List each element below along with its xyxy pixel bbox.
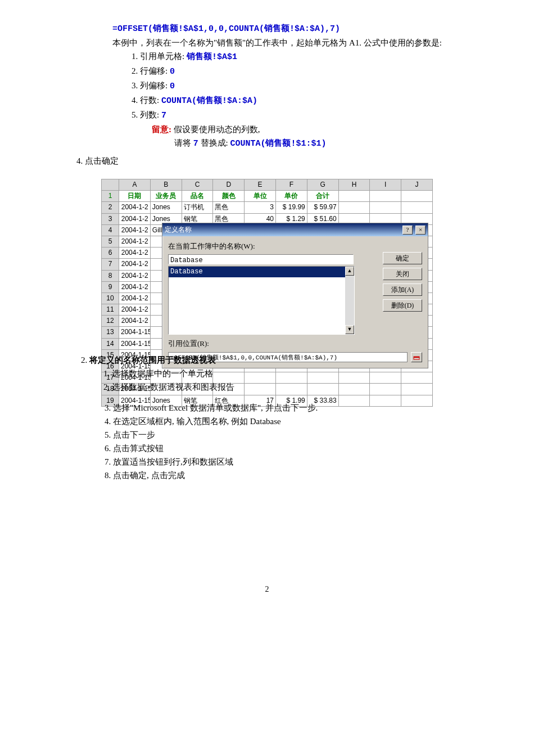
list-item: 5. 点击下一步 (90, 428, 444, 442)
row-header[interactable]: 2 (102, 202, 119, 213)
step-4: 4. 点击确定 (76, 154, 444, 168)
cell[interactable]: 2004-1-2 (119, 281, 151, 292)
dialog-title: 定义名称 (165, 224, 192, 235)
column-header[interactable]: E (245, 179, 276, 191)
cell[interactable]: 2004-1-15 (119, 327, 151, 338)
row-header[interactable]: 12 (102, 316, 119, 327)
intro-text: 本例中，列表在一个名称为"销售额"的工作表中，起始单元格为 A1. 公式中使用的… (90, 36, 444, 50)
dialog-titlebar[interactable]: 定义名称 ? × (162, 223, 428, 236)
column-header[interactable]: C (182, 179, 213, 191)
column-header[interactable]: J (401, 179, 433, 191)
param-3: 3. 列偏移: 0 (132, 79, 444, 93)
cell[interactable]: 2004-1-2 (119, 270, 151, 281)
cell[interactable]: 2004-1-2 (119, 304, 151, 316)
column-header[interactable]: G (307, 179, 338, 191)
note-line2: 请将 7 替换成: COUNTA(销售额!$1:$1) (90, 136, 444, 151)
cell[interactable]: 订书机 (182, 202, 213, 213)
param-5: 5. 列数: 7 (132, 108, 444, 123)
table-header-cell (338, 191, 370, 202)
list-item: 3. 选择"Microsoft Excel 数据清单或数据库", 并点击下一步. (90, 401, 444, 415)
refersto-label: 引用位置(R): (168, 338, 422, 350)
param-4: 4. 行数: COUNTA(销售额!$A:$A) (132, 93, 444, 108)
table-header-cell: 日期 (119, 191, 151, 202)
section-2-lower: 3. 选择"Microsoft Excel 数据清单或数据库", 并点击下一步.… (90, 401, 444, 482)
scrollbar[interactable]: ▲ ▼ (345, 267, 354, 334)
section-2: 2. 将定义的名称范围用于数据透视表 1. 选择数据库中的一个单元格2. 选择数… (81, 353, 446, 394)
column-header[interactable]: H (338, 179, 370, 191)
name-input[interactable]: Database (168, 254, 354, 264)
define-name-dialog: 定义名称 ? × 在当前工作簿中的名称(W): Database Databas… (162, 223, 428, 368)
cell[interactable] (401, 202, 433, 213)
cell[interactable]: 2004-1-2 (119, 316, 151, 327)
cell[interactable]: 2004-1-2 (119, 213, 151, 224)
table-header-cell: 业务员 (150, 191, 182, 202)
help-icon[interactable]: ? (402, 226, 413, 235)
row-header[interactable]: 13 (102, 327, 119, 338)
row-header[interactable]: 10 (102, 292, 119, 304)
list-item: 4. 在选定区域框内, 输入范围名称, 例如 Database (90, 415, 444, 428)
add-button[interactable]: 添加(A) (383, 284, 422, 296)
scroll-up-icon[interactable]: ▲ (345, 267, 354, 276)
row-header[interactable]: 7 (102, 259, 119, 270)
cell[interactable]: Jones (150, 202, 182, 213)
row-header[interactable]: 14 (102, 338, 119, 349)
list-item: 7. 放置适当按钮到行,列和数据区域 (90, 455, 444, 469)
ok-button[interactable]: 确定 (383, 252, 422, 264)
row-header[interactable]: 3 (102, 213, 119, 224)
table-header-cell (370, 191, 401, 202)
table-header-cell: 单位 (245, 191, 276, 202)
column-header[interactable]: B (150, 179, 182, 191)
cell[interactable]: 2004-1-2 (119, 236, 151, 247)
formula-text: =OFFSET(销售额!$A$1,0,0,COUNTA(销售额!$A:$A),7… (90, 22, 444, 36)
names-label: 在当前工作簿中的名称(W): (168, 241, 422, 253)
row-header[interactable]: 5 (102, 236, 119, 247)
row-header[interactable]: 4 (102, 224, 119, 236)
excel-screenshot: ABCDEFGHIJ1日期业务员品名颜色单位单价合计22004-1-2Jones… (101, 179, 433, 407)
row-header[interactable]: 8 (102, 270, 119, 281)
cell[interactable]: 2004-1-2 (119, 202, 151, 213)
table-header-cell: 合计 (307, 191, 338, 202)
cell[interactable]: $ 59.97 (307, 202, 338, 213)
page-number: 2 (90, 583, 444, 596)
column-header[interactable]: A (119, 179, 151, 191)
cell[interactable]: 黑色 (213, 202, 245, 213)
column-header[interactable]: D (213, 179, 245, 191)
column-header[interactable]: F (275, 179, 307, 191)
close-button[interactable]: 关闭 (383, 268, 422, 280)
row-header[interactable]: 6 (102, 248, 119, 259)
note-line1: 留意: 假设要使用动态的列数, (90, 123, 444, 136)
row-header[interactable]: 1 (102, 191, 119, 202)
cell[interactable]: 2004-1-15 (119, 338, 151, 349)
cell[interactable]: 2004-1-2 (119, 292, 151, 304)
list-item: 6. 点击算式按钮 (90, 442, 444, 455)
param-1: 1. 引用单元格: 销售额!$A$1 (132, 50, 444, 64)
list-item: 2. 选择数据>数据透视表和图表报告 (103, 380, 446, 394)
scroll-down-icon[interactable]: ▼ (345, 325, 354, 334)
param-2: 2. 行偏移: 0 (132, 64, 444, 79)
list-item[interactable]: Database (169, 267, 354, 277)
table-header-cell (401, 191, 433, 202)
list-item: 8. 点击确定, 点击完成 (90, 469, 444, 482)
close-icon[interactable]: × (415, 226, 426, 235)
delete-button[interactable]: 删除(D) (383, 299, 422, 312)
row-header[interactable]: 11 (102, 304, 119, 316)
row-header[interactable]: 9 (102, 281, 119, 292)
column-header[interactable]: I (370, 179, 401, 191)
table-header-cell: 颜色 (213, 191, 245, 202)
cell[interactable]: 2004-1-2 (119, 259, 151, 270)
cell[interactable]: $ 19.99 (275, 202, 307, 213)
cell[interactable]: 2004-1-2 (119, 248, 151, 259)
cell[interactable] (370, 202, 401, 213)
table-header-cell: 品名 (182, 191, 213, 202)
names-listbox[interactable]: Database ▲ ▼ (168, 266, 355, 335)
cell[interactable] (338, 202, 370, 213)
list-item: 1. 选择数据库中的一个单元格 (103, 367, 446, 380)
cell[interactable]: 2004-1-2 (119, 224, 151, 236)
cell[interactable]: 3 (245, 202, 276, 213)
table-header-cell: 单价 (275, 191, 307, 202)
